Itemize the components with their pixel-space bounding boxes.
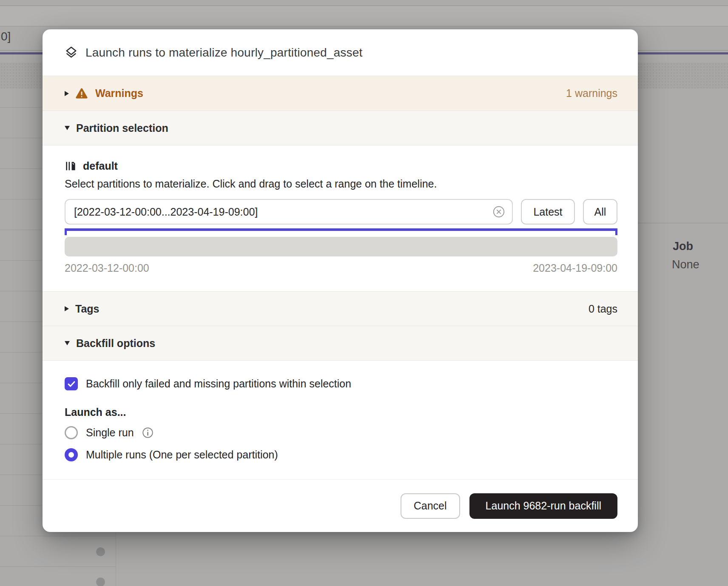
- clear-input-icon[interactable]: [492, 205, 505, 218]
- tags-label: Tags: [75, 303, 100, 315]
- partition-selection-description: Select partitions to materialize. Click …: [65, 178, 617, 190]
- backfill-options-label: Backfill options: [76, 337, 155, 350]
- cancel-button[interactable]: Cancel: [401, 493, 460, 519]
- warnings-section-toggle[interactable]: Warnings 1 warnings: [43, 76, 638, 111]
- dialog-header: Launch runs to materialize hourly_partit…: [43, 29, 638, 76]
- job-column-value: None: [672, 258, 700, 271]
- warning-triangle-icon: [75, 88, 88, 100]
- partition-set-name: default: [83, 160, 118, 172]
- partition-range-row: Latest All: [65, 199, 617, 225]
- partition-selection-label: Partition selection: [76, 122, 168, 134]
- backfill-options-content: Backfill only failed and missing partiti…: [43, 361, 638, 478]
- background-partial-text: 0]: [1, 30, 11, 43]
- chevron-right-icon: [65, 306, 69, 311]
- background-status-dot: [96, 577, 105, 586]
- backfill-only-failed-label: Backfill only failed and missing partiti…: [86, 378, 351, 390]
- dialog-title: Launch runs to materialize hourly_partit…: [85, 46, 362, 60]
- info-icon[interactable]: [142, 427, 154, 438]
- backfill-only-failed-row: Backfill only failed and missing partiti…: [65, 377, 617, 390]
- multiple-runs-radio[interactable]: [65, 448, 78, 461]
- partition-set-row: default: [65, 160, 617, 172]
- timeline-start-date: 2022-03-12-00:00: [65, 262, 149, 274]
- backfill-only-failed-checkbox[interactable]: [65, 377, 78, 390]
- timeline-end-date: 2023-04-19-09:00: [533, 262, 617, 274]
- partition-range-input[interactable]: [74, 206, 492, 218]
- tags-count: 0 tags: [589, 303, 617, 315]
- partition-selection-section-toggle[interactable]: Partition selection: [43, 111, 638, 145]
- multiple-runs-option: Multiple runs (One per selected partitio…: [65, 447, 617, 463]
- warnings-label: Warnings: [95, 87, 143, 100]
- background-column-divider: [116, 532, 116, 586]
- warnings-count: 1 warnings: [566, 87, 617, 100]
- chevron-right-icon: [65, 91, 69, 96]
- selected-range-indicator: [65, 228, 617, 235]
- partition-range-field[interactable]: [65, 199, 513, 225]
- multiple-runs-label: Multiple runs (One per selected partitio…: [86, 449, 278, 461]
- single-run-radio[interactable]: [65, 426, 78, 439]
- partition-timeline[interactable]: [65, 237, 617, 256]
- launch-backfill-dialog: Launch runs to materialize hourly_partit…: [43, 29, 638, 532]
- latest-button[interactable]: Latest: [521, 199, 575, 225]
- background-job-divider: [638, 223, 728, 223]
- partition-selection-content: default Select partitions to materialize…: [43, 145, 638, 292]
- all-button[interactable]: All: [583, 199, 617, 225]
- single-run-option: Single run: [65, 424, 617, 441]
- background-status-dot: [96, 547, 105, 556]
- launch-as-label: Launch as...: [65, 406, 617, 418]
- single-run-label: Single run: [86, 427, 134, 439]
- backfill-options-section-toggle[interactable]: Backfill options: [43, 326, 638, 361]
- chevron-down-icon: [65, 341, 70, 345]
- materialize-layers-icon: [65, 46, 78, 59]
- job-column-header: Job: [673, 240, 693, 253]
- tags-section-toggle[interactable]: Tags 0 tags: [43, 291, 638, 326]
- partition-set-icon: [65, 160, 77, 172]
- chevron-down-icon: [65, 126, 70, 130]
- launch-backfill-button[interactable]: Launch 9682-run backfill: [469, 493, 617, 519]
- timeline-date-labels: 2022-03-12-00:00 2023-04-19-09:00: [65, 262, 617, 274]
- dialog-footer: Cancel Launch 9682-run backfill: [43, 479, 638, 532]
- background-toolbar-band: [0, 6, 728, 26]
